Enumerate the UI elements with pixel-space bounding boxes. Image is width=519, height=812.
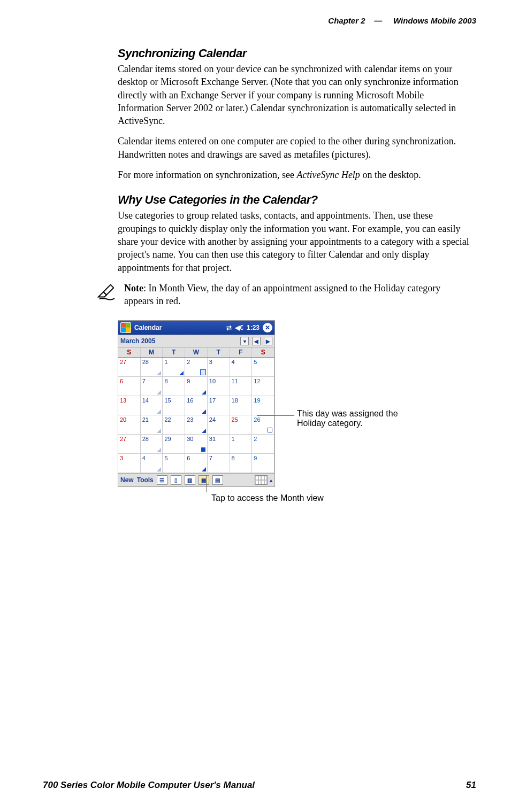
appointment-marker-icon: [157, 467, 161, 471]
calendar-cell[interactable]: 9: [185, 377, 208, 396]
calendar-cell[interactable]: 4: [141, 454, 163, 473]
callout-holiday: This day was assigned the Holiday catego…: [297, 409, 415, 428]
page-header: Chapter 2 — Windows Mobile 2003: [43, 16, 476, 25]
calendar-cell[interactable]: 19: [252, 396, 274, 415]
note-text: Note: In Month View, the day of an appoi…: [124, 282, 471, 308]
appointment-marker-icon: [202, 467, 206, 471]
calendar-cell[interactable]: 1: [163, 358, 185, 377]
sip-keyboard-button[interactable]: [255, 475, 268, 485]
year-view-button[interactable]: ▤: [212, 475, 223, 485]
day-header: W: [185, 347, 208, 357]
calendar-cell[interactable]: 5: [252, 358, 274, 377]
day-header: M: [141, 347, 163, 357]
calendar-cell[interactable]: 25: [230, 415, 253, 435]
calendar-cell[interactable]: 3: [208, 358, 230, 377]
calendar-cell[interactable]: 29: [163, 435, 185, 454]
appointment-marker-icon: [157, 409, 161, 414]
next-month-button[interactable]: ▶: [264, 337, 272, 345]
calendar-grid[interactable]: 2728123456789101112131415161718192021222…: [118, 358, 274, 473]
categories-para-1: Use categories to group related tasks, c…: [118, 209, 471, 274]
calendar-cell[interactable]: 15: [163, 396, 185, 415]
calendar-cell[interactable]: 20: [118, 415, 141, 435]
calendar-cell[interactable]: 8: [230, 454, 253, 473]
connectivity-icon[interactable]: ⇄: [226, 324, 232, 331]
title-bar: Calendar ⇄ ◀€ 1:23 ✕: [118, 321, 274, 335]
appointment-marker-icon: [202, 429, 206, 433]
day-header: S: [252, 347, 274, 357]
goto-today-button[interactable]: ▾: [240, 337, 249, 345]
calendar-cell[interactable]: 4: [230, 358, 253, 377]
sync-para-3: For more information on synchronization,…: [118, 168, 471, 181]
day-header: S: [118, 347, 141, 357]
prev-month-button[interactable]: ◀: [252, 337, 261, 345]
allday-marker-icon: [201, 447, 205, 452]
calendar-cell[interactable]: 16: [185, 396, 208, 415]
week-view-button[interactable]: ▥: [185, 475, 195, 485]
header-title: Windows Mobile 2003: [393, 16, 476, 25]
calendar-cell[interactable]: 21: [141, 415, 163, 435]
app-title: Calendar: [134, 324, 162, 331]
day-header: T: [163, 347, 185, 357]
note-icon: [96, 282, 117, 304]
callout-monthview: Tap to access the Month view: [211, 493, 324, 503]
menu-tools[interactable]: Tools: [137, 476, 154, 484]
calendar-cell[interactable]: 5: [163, 454, 185, 473]
header-dash: —: [374, 16, 382, 25]
close-icon[interactable]: ✕: [263, 323, 272, 332]
calendar-cell[interactable]: 18: [230, 396, 253, 415]
calendar-cell[interactable]: 31: [208, 435, 230, 454]
agenda-view-button[interactable]: ☰: [157, 475, 167, 485]
appointment-marker-icon: [157, 371, 161, 375]
calendar-cell[interactable]: 7: [141, 377, 163, 396]
calendar-cell[interactable]: 30: [185, 435, 208, 454]
calendar-cell[interactable]: 26: [252, 415, 274, 435]
calendar-cell[interactable]: 7: [208, 454, 230, 473]
calendar-cell[interactable]: 22: [163, 415, 185, 435]
sync-para-2: Calendar items entered on one computer a…: [118, 135, 471, 161]
appointment-marker-icon: [202, 390, 206, 395]
calendar-cell[interactable]: 6: [185, 454, 208, 473]
menu-new[interactable]: New: [120, 476, 134, 484]
day-header-row: SMTWTFS: [118, 347, 274, 358]
calendar-cell[interactable]: 27: [118, 435, 141, 454]
appointment-marker-icon: [157, 390, 161, 395]
calendar-cell[interactable]: 2: [252, 435, 274, 454]
sip-arrow-button[interactable]: ▴: [270, 477, 272, 483]
calendar-cell[interactable]: 28: [141, 358, 163, 377]
appointment-marker-icon: [179, 371, 184, 375]
appointment-marker-icon: [157, 429, 161, 433]
calendar-screenshot: Calendar ⇄ ◀€ 1:23 ✕ March 2005 ▾ ◀ ▶ SM…: [118, 320, 275, 487]
day-view-button[interactable]: ▯: [171, 475, 181, 485]
header-chapter: Chapter 2: [328, 16, 365, 25]
month-view-button[interactable]: ▦: [199, 475, 209, 485]
bottom-bar: New Tools ☰ ▯ ▥ ▦ ▤ ▴: [118, 473, 274, 486]
calendar-cell[interactable]: 11: [230, 377, 253, 396]
clock-time[interactable]: 1:23: [247, 324, 260, 331]
section-heading-categories: Why Use Categories in the Calendar?: [118, 193, 471, 207]
footer-title: 700 Series Color Mobile Computer User's …: [43, 780, 255, 791]
calendar-cell[interactable]: 6: [118, 377, 141, 396]
calendar-cell[interactable]: 8: [163, 377, 185, 396]
calendar-cell[interactable]: 10: [208, 377, 230, 396]
calendar-cell[interactable]: 9: [252, 454, 274, 473]
sync-para-1: Calendar items stored on your device can…: [118, 63, 471, 127]
calendar-cell[interactable]: 24: [208, 415, 230, 435]
calendar-cell[interactable]: 28: [141, 435, 163, 454]
footer-page-number: 51: [466, 780, 476, 791]
calendar-cell[interactable]: 27: [118, 358, 141, 377]
start-icon[interactable]: [120, 322, 131, 333]
month-bar: March 2005 ▾ ◀ ▶: [118, 335, 274, 347]
calendar-cell[interactable]: 17: [208, 396, 230, 415]
calendar-cell[interactable]: 1: [230, 435, 253, 454]
calendar-cell[interactable]: 3: [118, 454, 141, 473]
volume-icon[interactable]: ◀€: [235, 324, 243, 331]
calendar-cell[interactable]: 2: [185, 358, 208, 377]
calendar-cell[interactable]: 13: [118, 396, 141, 415]
note-marker-icon: [200, 369, 206, 375]
day-header: T: [208, 347, 230, 357]
calendar-cell[interactable]: 14: [141, 396, 163, 415]
calendar-cell[interactable]: 23: [185, 415, 208, 435]
day-header: F: [230, 347, 253, 357]
appointment-marker-icon: [157, 448, 161, 452]
calendar-cell[interactable]: 12: [252, 377, 274, 396]
